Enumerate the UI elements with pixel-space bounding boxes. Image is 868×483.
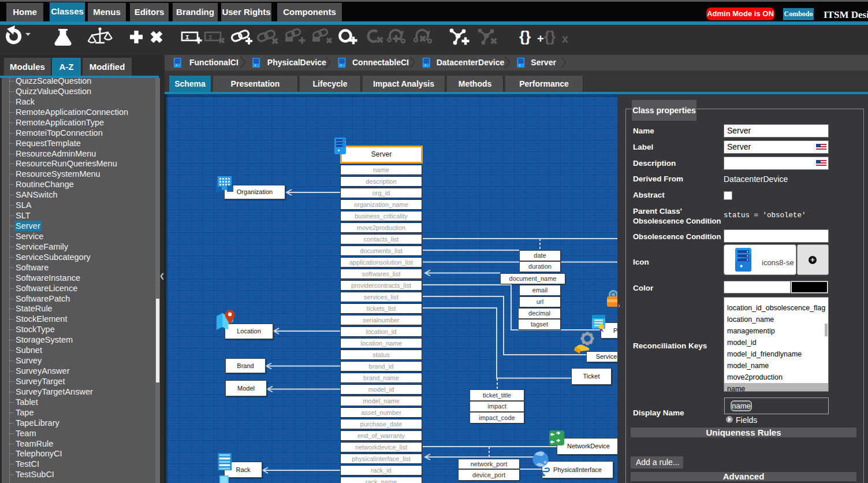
svg-text:x: x	[562, 32, 568, 45]
svg-text:I: I	[208, 34, 213, 41]
svg-text:DatacenterDevice: DatacenterDevice	[437, 58, 505, 67]
svg-text:{}: {}	[544, 28, 556, 45]
svg-text:ConnectableCI: ConnectableCI	[352, 58, 409, 67]
svg-text:{}: {}	[519, 28, 531, 45]
svg-text:FunctionalCI: FunctionalCI	[189, 58, 239, 67]
svg-text:Server: Server	[531, 58, 556, 67]
svg-text:I: I	[185, 34, 189, 41]
svg-text:+: +	[537, 32, 544, 45]
svg-text:PhysicalDevice: PhysicalDevice	[267, 58, 326, 67]
